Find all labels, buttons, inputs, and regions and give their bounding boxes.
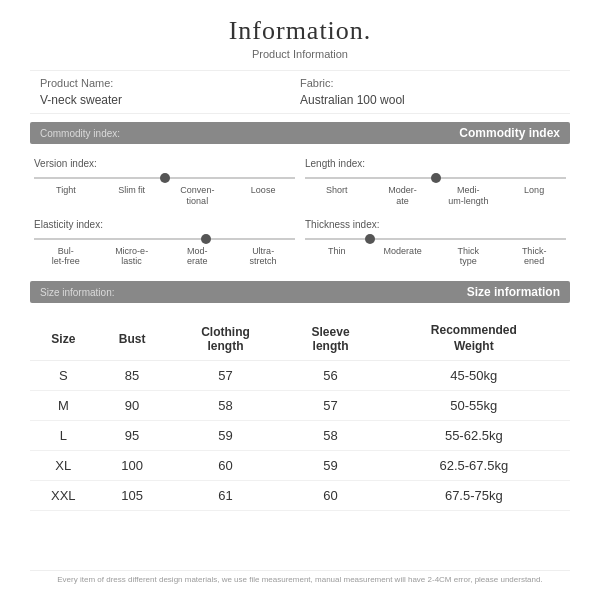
cell-size: L [30,421,97,451]
thickness-opt-3: Thicktype [437,246,501,268]
thickness-opt-2: Moderate [371,246,435,268]
cell-clothing: 59 [168,421,284,451]
footer-note: Every item of dress different design mat… [30,570,570,584]
version-options: Tight Slim fit Conven-tional Loose [34,185,295,207]
fabric-col: Fabric: Australian 100 wool [300,77,560,107]
version-opt-2: Slim fit [100,185,164,207]
product-name-col: Product Name: V-neck sweater [40,77,300,107]
product-name-label: Product Name: [40,77,300,89]
cell-bust: 100 [97,451,168,481]
product-name-value: V-neck sweater [40,93,300,107]
page: Information. Product Information Product… [0,0,600,600]
size-table: Size Bust Clothinglength Sleevelength Re… [30,317,570,511]
thickness-slider-indicator [365,234,375,244]
length-index-title: Length index: [305,158,566,169]
col-clothing: Clothinglength [168,317,284,361]
elasticity-opt-4: Ultra-stretch [231,246,295,268]
table-row: M90585750-55kg [30,391,570,421]
size-left-label: Size information: [40,287,114,298]
col-size: Size [30,317,97,361]
cell-sleeve: 60 [283,481,377,511]
length-slider-bar [305,175,566,181]
col-sleeve: Sleevelength [283,317,377,361]
col-bust: Bust [97,317,168,361]
table-row: S85575645-50kg [30,361,570,391]
length-slider-track [305,177,566,179]
version-opt-3: Conven-tional [166,185,230,207]
table-row: L95595855-62.5kg [30,421,570,451]
size-section-header: Size information: Size information [30,281,570,303]
length-index-group: Length index: Short Moder-ate Medi-um-le… [305,158,566,207]
page-title: Information. [30,16,570,46]
product-info: Product Name: V-neck sweater Fabric: Aus… [30,70,570,114]
cell-sleeve: 59 [283,451,377,481]
elasticity-index-group: Elasticity index: Bul-let-free Micro-e-l… [34,219,295,268]
thickness-slider-bar [305,236,566,242]
cell-clothing: 60 [168,451,284,481]
cell-weight: 62.5-67.5kg [378,451,570,481]
fabric-value: Australian 100 wool [300,93,560,107]
cell-bust: 105 [97,481,168,511]
cell-size: M [30,391,97,421]
elasticity-slider-indicator [201,234,211,244]
commodity-left-label: Commodity index: [40,128,120,139]
size-section: Size Bust Clothinglength Sleevelength Re… [30,311,570,558]
cell-sleeve: 57 [283,391,377,421]
col-weight: RecommendedWeight [378,317,570,361]
cell-weight: 55-62.5kg [378,421,570,451]
table-row: XL100605962.5-67.5kg [30,451,570,481]
length-options: Short Moder-ate Medi-um-length Long [305,185,566,207]
elasticity-index-title: Elasticity index: [34,219,295,230]
elasticity-opt-2: Micro-e-lastic [100,246,164,268]
cell-weight: 67.5-75kg [378,481,570,511]
length-slider-indicator [431,173,441,183]
version-slider-indicator [160,173,170,183]
fabric-label: Fabric: [300,77,560,89]
page-header: Information. Product Information [30,16,570,60]
cell-size: XL [30,451,97,481]
length-opt-2: Moder-ate [371,185,435,207]
table-row: XXL105616067.5-75kg [30,481,570,511]
length-opt-3: Medi-um-length [437,185,501,207]
thickness-options: Thin Moderate Thicktype Thick-ened [305,246,566,268]
elasticity-options: Bul-let-free Micro-e-lastic Mod-erate Ul… [34,246,295,268]
cell-weight: 45-50kg [378,361,570,391]
length-opt-1: Short [305,185,369,207]
elasticity-opt-3: Mod-erate [166,246,230,268]
cell-size: S [30,361,97,391]
elasticity-slider-bar [34,236,295,242]
version-index-title: Version index: [34,158,295,169]
cell-clothing: 57 [168,361,284,391]
cell-bust: 95 [97,421,168,451]
version-slider-track [34,177,295,179]
cell-weight: 50-55kg [378,391,570,421]
commodity-right-label: Commodity index [459,126,560,140]
cell-bust: 90 [97,391,168,421]
thickness-opt-1: Thin [305,246,369,268]
elasticity-slider-track [34,238,295,240]
cell-clothing: 58 [168,391,284,421]
cell-clothing: 61 [168,481,284,511]
version-slider-bar [34,175,295,181]
version-opt-4: Loose [231,185,295,207]
version-opt-1: Tight [34,185,98,207]
cell-bust: 85 [97,361,168,391]
commodity-indexes: Version index: Tight Slim fit Conven-tio… [30,152,570,213]
elasticity-opt-1: Bul-let-free [34,246,98,268]
size-right-label: Size information [467,285,560,299]
thickness-slider-track [305,238,566,240]
length-opt-4: Long [502,185,566,207]
thickness-index-group: Thickness index: Thin Moderate Thicktype… [305,219,566,268]
thickness-opt-4: Thick-ened [502,246,566,268]
second-indexes: Elasticity index: Bul-let-free Micro-e-l… [30,213,570,274]
cell-size: XXL [30,481,97,511]
commodity-section-header: Commodity index: Commodity index [30,122,570,144]
cell-sleeve: 56 [283,361,377,391]
thickness-index-title: Thickness index: [305,219,566,230]
page-subtitle: Product Information [30,48,570,60]
cell-sleeve: 58 [283,421,377,451]
table-header-row: Size Bust Clothinglength Sleevelength Re… [30,317,570,361]
version-index-group: Version index: Tight Slim fit Conven-tio… [34,158,295,207]
